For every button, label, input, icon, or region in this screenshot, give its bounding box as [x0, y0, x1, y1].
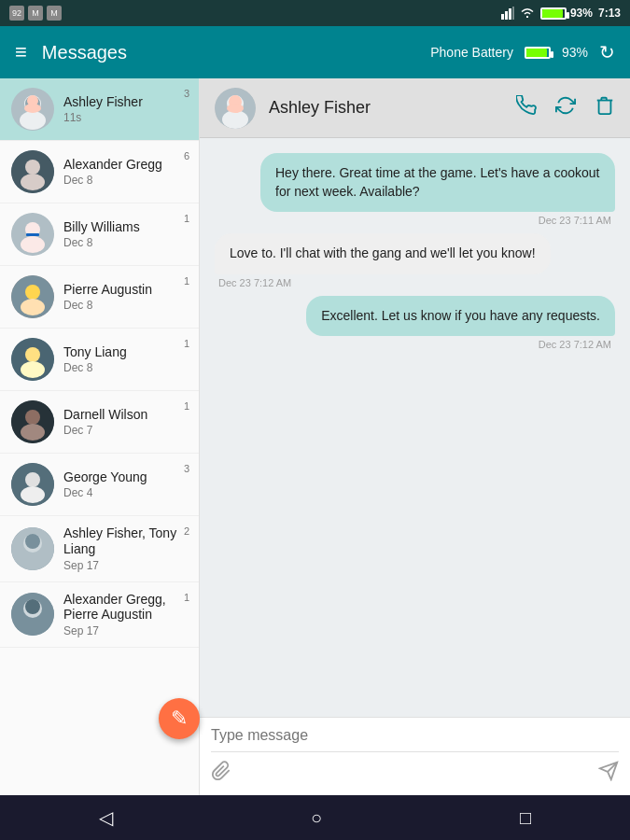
contact-name-ashley-fisher: Ashley Fisher: [63, 94, 188, 109]
svg-rect-1: [505, 11, 508, 20]
contact-info-pierre-augustin: Pierre Augustin Dec 8: [63, 282, 188, 312]
message-input[interactable]: [211, 727, 398, 744]
input-container: [200, 717, 630, 795]
notification-icon-1: 92: [9, 6, 24, 21]
svg-point-38: [227, 104, 244, 113]
send-icon[interactable]: [598, 761, 619, 787]
avatar-alexander-gregg: [11, 150, 54, 193]
toolbar-battery-fill: [526, 49, 547, 57]
svg-point-20: [25, 347, 40, 362]
menu-icon[interactable]: ≡: [15, 40, 27, 64]
message-time-1: Dec 23 7:11 AM: [535, 215, 615, 226]
back-button[interactable]: ◁: [99, 806, 113, 829]
contact-item-group-ashley-tony[interactable]: Ashley Fisher, Tony Liang Sep 17 2: [0, 516, 199, 582]
phone-icon[interactable]: [516, 95, 537, 121]
message-time-3: Dec 23 7:12 AM: [535, 339, 615, 350]
avatar-pierre-augustin: [11, 275, 54, 318]
battery-label: Phone Battery: [430, 45, 513, 60]
svg-point-27: [21, 486, 45, 503]
message-bubble-2: Love to. I'll chat with the gang and we'…: [215, 233, 551, 274]
contact-badge-pierre-augustin: 1: [184, 275, 189, 287]
bottom-navigation: ◁ ○ □: [0, 795, 630, 840]
status-bar-right: 93% 7:13: [501, 7, 621, 20]
chat-header: Ashley Fisher: [200, 78, 630, 138]
battery-fill: [542, 9, 563, 18]
refresh-icon[interactable]: ↻: [599, 41, 615, 63]
sync-icon[interactable]: [555, 95, 576, 121]
message-wrapper-1: Hey there. Great time at the game. Let's…: [215, 153, 615, 226]
contact-item-group-alex-pierre[interactable]: Alexander Gregg, Pierre Augustin Sep 17 …: [0, 582, 199, 649]
contact-date-darnell-wilson: Dec 7: [63, 424, 188, 437]
status-bar-left: 92 M M: [9, 6, 62, 21]
contact-item-george-young[interactable]: George Young Dec 4 3: [0, 454, 199, 516]
contact-name-group-alex-pierre: Alexander Gregg, Pierre Augustin: [63, 592, 188, 623]
chat-panel: Ashley Fisher Hey there. Great time at t…: [200, 78, 630, 795]
contact-info-ashley-fisher: Ashley Fisher 11s: [63, 94, 188, 124]
battery-bar: [540, 7, 567, 20]
avatar-tony-liang: [11, 338, 54, 381]
message-time-2: Dec 23 7:12 AM: [215, 277, 295, 288]
contact-date-george-young: Dec 4: [63, 486, 188, 499]
svg-rect-2: [509, 8, 511, 20]
app-toolbar: ≡ Messages Phone Battery 93% ↻: [0, 26, 630, 78]
contact-date-group-ashley-tony: Sep 17: [63, 559, 188, 572]
delete-icon[interactable]: [595, 95, 615, 121]
contact-item-darnell-wilson[interactable]: Darnell Wilson Dec 7 1: [0, 391, 199, 454]
contact-info-group-ashley-tony: Ashley Fisher, Tony Liang Sep 17: [63, 525, 188, 572]
contact-info-alexander-gregg: Alexander Gregg Dec 8: [63, 157, 188, 187]
status-bar: 92 M M 93% 7:13: [0, 0, 630, 26]
contact-name-darnell-wilson: Darnell Wilson: [63, 407, 188, 422]
contact-item-tony-liang[interactable]: Tony Liang Dec 8 1: [0, 329, 199, 391]
avatar-darnell-wilson: [11, 400, 54, 443]
battery-indicator: 93%: [540, 7, 593, 20]
contact-item-pierre-augustin[interactable]: Pierre Augustin Dec 8 1: [0, 266, 199, 329]
contact-name-alexander-gregg: Alexander Gregg: [63, 157, 188, 172]
contact-date-billy-williams: Dec 8: [63, 236, 188, 249]
contact-name-george-young: George Young: [63, 469, 188, 484]
battery-percent: 93%: [570, 7, 593, 20]
svg-point-17: [25, 285, 40, 300]
contact-badge-alexander-gregg: 6: [184, 150, 189, 161]
svg-rect-15: [26, 233, 39, 236]
contact-date-pierre-augustin: Dec 8: [63, 299, 188, 312]
contact-badge-tony-liang: 1: [184, 338, 189, 349]
message-bubble-3: Excellent. Let us know if you have any r…: [306, 296, 615, 337]
app-title: Messages: [42, 42, 430, 63]
svg-point-23: [25, 410, 40, 425]
contact-name-pierre-augustin: Pierre Augustin: [63, 282, 188, 297]
svg-point-21: [21, 361, 45, 378]
messages-area: Hey there. Great time at the game. Let's…: [200, 138, 630, 717]
svg-point-33: [25, 599, 40, 614]
svg-rect-0: [501, 14, 504, 20]
contact-info-george-young: George Young Dec 4: [63, 469, 188, 499]
toolbar-battery-percent: 93%: [562, 45, 588, 60]
compose-fab[interactable]: ✎: [159, 698, 200, 739]
attach-icon[interactable]: [211, 761, 231, 787]
svg-point-30: [25, 534, 40, 549]
contact-item-alexander-gregg[interactable]: Alexander Gregg Dec 8 6: [0, 141, 199, 203]
svg-point-14: [21, 236, 45, 253]
wifi-icon: [520, 7, 535, 19]
contact-date-tony-liang: Dec 8: [63, 361, 188, 374]
toolbar-right: Phone Battery 93% ↻: [430, 41, 615, 63]
contact-badge-ashley-fisher: 3: [184, 88, 189, 99]
avatar-group-alex-pierre: [11, 593, 54, 636]
contact-item-billy-williams[interactable]: Billy Williams Dec 8 1: [0, 203, 199, 266]
time-display: 7:13: [598, 7, 621, 20]
main-content: Ashley Fisher 11s 3 Alexander Gregg Dec …: [0, 78, 630, 795]
contact-date-group-alex-pierre: Sep 17: [63, 624, 188, 637]
svg-rect-3: [512, 7, 514, 20]
home-button[interactable]: ○: [311, 807, 322, 829]
avatar-ashley-fisher: [11, 88, 54, 131]
recents-button[interactable]: □: [520, 807, 531, 829]
svg-point-11: [21, 174, 45, 190]
signal-icon: [501, 7, 514, 20]
contact-name-tony-liang: Tony Liang: [63, 344, 188, 359]
contact-badge-george-young: 3: [184, 463, 189, 474]
contact-info-group-alex-pierre: Alexander Gregg, Pierre Augustin Sep 17: [63, 592, 188, 638]
contact-item-ashley-fisher[interactable]: Ashley Fisher 11s 3: [0, 78, 199, 141]
message-wrapper-2: Love to. I'll chat with the gang and we'…: [215, 233, 615, 288]
avatar-billy-williams: [11, 213, 54, 256]
contact-date-ashley-fisher: 11s: [63, 111, 188, 124]
notification-icon-3: M: [47, 6, 62, 21]
